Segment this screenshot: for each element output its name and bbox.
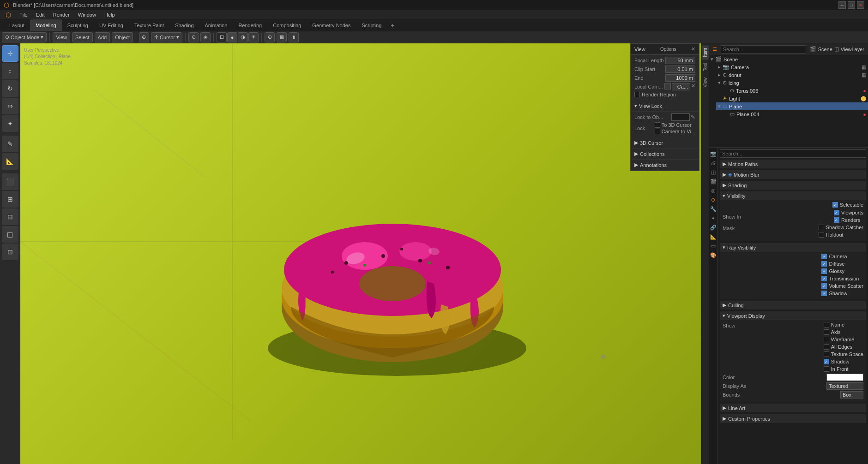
- vp-display-as-select[interactable]: Textured: [826, 382, 863, 390]
- motion-paths-header[interactable]: ▶ Motion Paths: [720, 160, 866, 168]
- selectable-checkbox[interactable]: [832, 202, 838, 208]
- measure-tool-btn[interactable]: 📐: [2, 153, 18, 170]
- vp-bounds-select[interactable]: Box: [840, 391, 863, 399]
- render-region-checkbox[interactable]: [634, 92, 640, 97]
- ray-visibility-header[interactable]: ▾ Ray Visibility: [720, 243, 866, 252]
- annotate-tool-btn[interactable]: ✎: [2, 136, 18, 152]
- object-props-icon active[interactable]: ⊙: [709, 196, 717, 204]
- vp-wireframe-checkbox[interactable]: [824, 337, 829, 342]
- tab-sculpting[interactable]: Sculpting: [62, 19, 94, 31]
- camera-ray-checkbox[interactable]: [821, 254, 827, 259]
- lock-edit-icon[interactable]: ✎: [691, 114, 695, 120]
- options-close-icon[interactable]: ✕: [691, 46, 695, 52]
- clip-start-input[interactable]: [665, 65, 695, 73]
- pause-btn[interactable]: ⏸: [289, 32, 299, 42]
- menu-window[interactable]: Window: [74, 11, 100, 18]
- side-tab-item[interactable]: Item: [702, 45, 709, 59]
- view-menu-btn[interactable]: View: [53, 32, 70, 42]
- camera-visibility-icon[interactable]: ▦: [862, 64, 866, 70]
- renders-checkbox[interactable]: [834, 217, 839, 223]
- tab-scripting[interactable]: Scripting: [356, 19, 387, 31]
- add-workspace-button[interactable]: +: [387, 20, 398, 31]
- view-layer-props-icon[interactable]: ◫: [709, 168, 717, 176]
- vp-in-front-checkbox[interactable]: [824, 366, 829, 372]
- transform-tool-btn[interactable]: ✦: [2, 115, 18, 132]
- tab-animation[interactable]: Animation: [199, 19, 233, 31]
- viewport-display-header[interactable]: ▾ Viewport Display: [720, 311, 866, 320]
- add-cube-btn[interactable]: ⬛: [2, 173, 18, 190]
- object-menu-btn[interactable]: Object: [112, 32, 133, 42]
- scale-tool-btn[interactable]: ⇔: [2, 98, 18, 114]
- focal-length-input[interactable]: [665, 57, 695, 64]
- maximize-button[interactable]: □: [848, 1, 855, 9]
- outliner-item-plane004[interactable]: ▸ ▭ Plane.004 ●: [723, 110, 868, 118]
- particles-props-icon[interactable]: ✦: [709, 214, 717, 222]
- holdout-checkbox[interactable]: [819, 232, 824, 238]
- overlay-btn[interactable]: ⊕: [265, 32, 275, 42]
- bevel-btn[interactable]: ◫: [2, 226, 18, 243]
- transmission-ray-checkbox[interactable]: [821, 276, 827, 281]
- diffuse-ray-checkbox[interactable]: [821, 261, 827, 267]
- volume-scatter-checkbox[interactable]: [821, 283, 827, 289]
- minimize-button[interactable]: ─: [838, 1, 846, 9]
- mode-selector[interactable]: ⊙ Object Mode ▾: [2, 32, 47, 42]
- proportional-edit-btn[interactable]: ⊙: [188, 32, 199, 42]
- loop-cut-btn[interactable]: ⊡: [2, 244, 18, 260]
- cursor-btn[interactable]: ✛ Cursor ▾: [151, 32, 182, 42]
- snap-icon-btn[interactable]: ⊕: [139, 32, 149, 42]
- physics-props-icon[interactable]: 🔗: [709, 223, 717, 232]
- outliner-item-light[interactable]: ▸ ☀ Light ⬤: [716, 95, 868, 102]
- to-3d-cursor-checkbox[interactable]: [655, 122, 660, 128]
- shading-header[interactable]: ▶ Shading: [720, 181, 866, 190]
- scene-props-icon[interactable]: 🎬: [709, 177, 717, 185]
- outliner-item-torus006[interactable]: ▸ ⊙ Torus.006 ●: [723, 87, 868, 95]
- tab-rendering[interactable]: Rendering: [233, 19, 267, 31]
- vp-texture-space-checkbox[interactable]: [824, 351, 829, 357]
- extrude-btn[interactable]: ⊞: [2, 191, 18, 208]
- output-props-icon[interactable]: 🖨: [709, 159, 717, 167]
- material-props-icon[interactable]: 🎨: [709, 251, 717, 259]
- shadow-catcher-checkbox[interactable]: [819, 225, 824, 230]
- render-props-icon[interactable]: 📷: [709, 149, 717, 158]
- 3d-cursor-section-btn[interactable]: ▶ 3D Cursor: [631, 137, 699, 149]
- close-button[interactable]: ✕: [857, 1, 864, 9]
- view-lock-section-btn[interactable]: ▾ View Lock: [631, 101, 699, 112]
- rotate-tool-btn[interactable]: ↻: [2, 80, 18, 97]
- outliner-item-camera[interactable]: ▸ 📷 Camera ▦: [716, 63, 868, 71]
- lock-to-ob-field[interactable]: [671, 113, 690, 121]
- 3d-viewport[interactable]: ✳ User Perspective (1/4) Collection | Pl…: [20, 43, 709, 464]
- tab-compositing[interactable]: Compositing: [267, 19, 307, 31]
- data-props-icon[interactable]: ▭: [709, 242, 717, 250]
- collections-section-btn[interactable]: ▶ Collections: [631, 149, 699, 160]
- scene-selector[interactable]: 🎬 Scene: [810, 46, 832, 52]
- outliner-item-icing[interactable]: ▾ ⊙ icing: [716, 79, 868, 87]
- side-tab-tool[interactable]: Tool: [702, 60, 709, 74]
- material-shading-btn[interactable]: ◑: [238, 32, 248, 42]
- viewports-checkbox[interactable]: [834, 210, 839, 215]
- annotations-section-btn[interactable]: ▶ Annotations: [631, 160, 699, 171]
- properties-search-input[interactable]: [720, 149, 866, 158]
- custom-props-header[interactable]: ▶ Custom Properties: [720, 414, 866, 423]
- solid-shading-btn[interactable]: ●: [227, 32, 237, 42]
- vp-name-checkbox[interactable]: [824, 322, 829, 327]
- menu-file[interactable]: File: [16, 11, 31, 18]
- donut-visibility-icon[interactable]: ▦: [862, 72, 866, 78]
- tab-uv-editing[interactable]: UV Editing: [94, 19, 129, 31]
- add-menu-btn[interactable]: Add: [95, 32, 110, 42]
- inset-btn[interactable]: ⊟: [2, 208, 18, 225]
- rendered-shading-btn[interactable]: ☀: [248, 32, 259, 42]
- outliner-item-donut[interactable]: ▸ ⊙ donut ▦: [716, 71, 868, 79]
- wireframe-shading-btn[interactable]: ⊡: [217, 32, 227, 42]
- vp-shadow-checkbox[interactable]: [824, 359, 829, 364]
- culling-header[interactable]: ▶ Culling: [720, 301, 866, 309]
- constraints-props-icon[interactable]: 📐: [709, 232, 717, 241]
- side-tab-view[interactable]: View: [702, 75, 709, 90]
- world-props-icon[interactable]: ◎: [709, 186, 717, 195]
- local-cam-input[interactable]: [672, 83, 690, 90]
- tab-texture-paint[interactable]: Texture Paint: [129, 19, 169, 31]
- tab-shading[interactable]: Shading: [169, 19, 199, 31]
- transform-pivot-btn[interactable]: ◈: [200, 32, 211, 42]
- clip-end-input[interactable]: [665, 74, 695, 82]
- options-btn[interactable]: Options: [660, 47, 676, 52]
- line-art-header[interactable]: ▶ Line Art: [720, 404, 866, 412]
